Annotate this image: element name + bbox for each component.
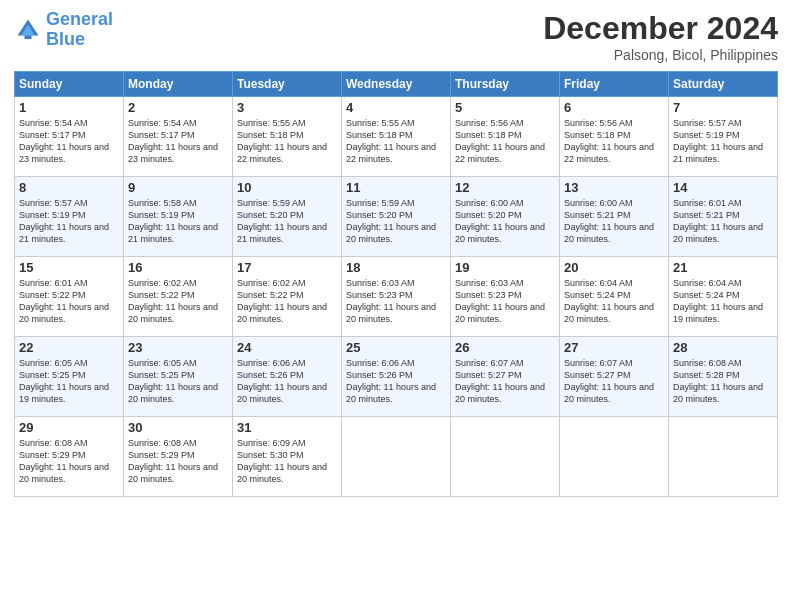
sunset-text: Sunset: 5:26 PM xyxy=(237,370,304,380)
sunset-text: Sunset: 5:24 PM xyxy=(564,290,631,300)
daylight-text: Daylight: 11 hours and 21 minutes. xyxy=(19,222,109,244)
cell-info: Sunrise: 6:00 AM Sunset: 5:20 PM Dayligh… xyxy=(455,197,555,246)
daylight-text: Daylight: 11 hours and 21 minutes. xyxy=(128,222,218,244)
sunrise-text: Sunrise: 6:04 AM xyxy=(673,278,742,288)
sunset-text: Sunset: 5:21 PM xyxy=(673,210,740,220)
sunset-text: Sunset: 5:18 PM xyxy=(455,130,522,140)
table-row: 28 Sunrise: 6:08 AM Sunset: 5:28 PM Dayl… xyxy=(669,337,778,417)
sunrise-text: Sunrise: 6:08 AM xyxy=(673,358,742,368)
sunrise-text: Sunrise: 5:59 AM xyxy=(237,198,306,208)
table-row: 30 Sunrise: 6:08 AM Sunset: 5:29 PM Dayl… xyxy=(124,417,233,497)
sunrise-text: Sunrise: 6:01 AM xyxy=(673,198,742,208)
table-row: 8 Sunrise: 5:57 AM Sunset: 5:19 PM Dayli… xyxy=(15,177,124,257)
sunrise-text: Sunrise: 5:55 AM xyxy=(237,118,306,128)
col-friday: Friday xyxy=(560,72,669,97)
calendar-table: Sunday Monday Tuesday Wednesday Thursday… xyxy=(14,71,778,497)
sunrise-text: Sunrise: 5:54 AM xyxy=(128,118,197,128)
calendar-week-row: 15 Sunrise: 6:01 AM Sunset: 5:22 PM Dayl… xyxy=(15,257,778,337)
table-row xyxy=(342,417,451,497)
svg-rect-2 xyxy=(25,35,32,39)
daylight-text: Daylight: 11 hours and 20 minutes. xyxy=(237,302,327,324)
daylight-text: Daylight: 11 hours and 20 minutes. xyxy=(564,222,654,244)
table-row: 21 Sunrise: 6:04 AM Sunset: 5:24 PM Dayl… xyxy=(669,257,778,337)
sunset-text: Sunset: 5:22 PM xyxy=(19,290,86,300)
header: General Blue December 2024 Palsong, Bico… xyxy=(14,10,778,63)
sunrise-text: Sunrise: 6:03 AM xyxy=(346,278,415,288)
table-row: 24 Sunrise: 6:06 AM Sunset: 5:26 PM Dayl… xyxy=(233,337,342,417)
daylight-text: Daylight: 11 hours and 23 minutes. xyxy=(128,142,218,164)
sunset-text: Sunset: 5:18 PM xyxy=(237,130,304,140)
sunrise-text: Sunrise: 5:56 AM xyxy=(564,118,633,128)
location-subtitle: Palsong, Bicol, Philippines xyxy=(543,47,778,63)
daylight-text: Daylight: 11 hours and 19 minutes. xyxy=(19,382,109,404)
col-sunday: Sunday xyxy=(15,72,124,97)
day-number: 22 xyxy=(19,340,119,355)
daylight-text: Daylight: 11 hours and 20 minutes. xyxy=(346,382,436,404)
logo-text: General Blue xyxy=(46,10,113,50)
day-number: 31 xyxy=(237,420,337,435)
cell-info: Sunrise: 6:03 AM Sunset: 5:23 PM Dayligh… xyxy=(346,277,446,326)
daylight-text: Daylight: 11 hours and 20 minutes. xyxy=(564,382,654,404)
cell-info: Sunrise: 5:56 AM Sunset: 5:18 PM Dayligh… xyxy=(564,117,664,166)
sunrise-text: Sunrise: 5:54 AM xyxy=(19,118,88,128)
table-row: 14 Sunrise: 6:01 AM Sunset: 5:21 PM Dayl… xyxy=(669,177,778,257)
day-number: 27 xyxy=(564,340,664,355)
cell-info: Sunrise: 5:56 AM Sunset: 5:18 PM Dayligh… xyxy=(455,117,555,166)
daylight-text: Daylight: 11 hours and 20 minutes. xyxy=(673,222,763,244)
cell-info: Sunrise: 5:55 AM Sunset: 5:18 PM Dayligh… xyxy=(237,117,337,166)
table-row: 25 Sunrise: 6:06 AM Sunset: 5:26 PM Dayl… xyxy=(342,337,451,417)
daylight-text: Daylight: 11 hours and 20 minutes. xyxy=(128,462,218,484)
cell-info: Sunrise: 6:02 AM Sunset: 5:22 PM Dayligh… xyxy=(128,277,228,326)
sunrise-text: Sunrise: 6:06 AM xyxy=(237,358,306,368)
daylight-text: Daylight: 11 hours and 20 minutes. xyxy=(128,382,218,404)
sunrise-text: Sunrise: 6:05 AM xyxy=(128,358,197,368)
day-number: 13 xyxy=(564,180,664,195)
table-row xyxy=(560,417,669,497)
daylight-text: Daylight: 11 hours and 20 minutes. xyxy=(455,222,545,244)
cell-info: Sunrise: 5:55 AM Sunset: 5:18 PM Dayligh… xyxy=(346,117,446,166)
day-number: 9 xyxy=(128,180,228,195)
day-number: 18 xyxy=(346,260,446,275)
daylight-text: Daylight: 11 hours and 20 minutes. xyxy=(237,462,327,484)
col-wednesday: Wednesday xyxy=(342,72,451,97)
sunset-text: Sunset: 5:22 PM xyxy=(237,290,304,300)
day-number: 11 xyxy=(346,180,446,195)
table-row: 4 Sunrise: 5:55 AM Sunset: 5:18 PM Dayli… xyxy=(342,97,451,177)
sunrise-text: Sunrise: 6:03 AM xyxy=(455,278,524,288)
sunrise-text: Sunrise: 6:02 AM xyxy=(128,278,197,288)
table-row: 11 Sunrise: 5:59 AM Sunset: 5:20 PM Dayl… xyxy=(342,177,451,257)
table-row: 5 Sunrise: 5:56 AM Sunset: 5:18 PM Dayli… xyxy=(451,97,560,177)
daylight-text: Daylight: 11 hours and 22 minutes. xyxy=(455,142,545,164)
sunrise-text: Sunrise: 5:56 AM xyxy=(455,118,524,128)
title-block: December 2024 Palsong, Bicol, Philippine… xyxy=(543,10,778,63)
sunrise-text: Sunrise: 6:05 AM xyxy=(19,358,88,368)
daylight-text: Daylight: 11 hours and 20 minutes. xyxy=(237,382,327,404)
day-number: 4 xyxy=(346,100,446,115)
table-row: 7 Sunrise: 5:57 AM Sunset: 5:19 PM Dayli… xyxy=(669,97,778,177)
daylight-text: Daylight: 11 hours and 20 minutes. xyxy=(346,302,436,324)
sunset-text: Sunset: 5:22 PM xyxy=(128,290,195,300)
day-number: 16 xyxy=(128,260,228,275)
table-row xyxy=(669,417,778,497)
day-number: 29 xyxy=(19,420,119,435)
table-row: 23 Sunrise: 6:05 AM Sunset: 5:25 PM Dayl… xyxy=(124,337,233,417)
table-row: 19 Sunrise: 6:03 AM Sunset: 5:23 PM Dayl… xyxy=(451,257,560,337)
cell-info: Sunrise: 5:58 AM Sunset: 5:19 PM Dayligh… xyxy=(128,197,228,246)
sunrise-text: Sunrise: 6:09 AM xyxy=(237,438,306,448)
sunset-text: Sunset: 5:23 PM xyxy=(455,290,522,300)
cell-info: Sunrise: 6:04 AM Sunset: 5:24 PM Dayligh… xyxy=(673,277,773,326)
sunrise-text: Sunrise: 6:08 AM xyxy=(19,438,88,448)
table-row: 9 Sunrise: 5:58 AM Sunset: 5:19 PM Dayli… xyxy=(124,177,233,257)
table-row: 6 Sunrise: 5:56 AM Sunset: 5:18 PM Dayli… xyxy=(560,97,669,177)
table-row: 31 Sunrise: 6:09 AM Sunset: 5:30 PM Dayl… xyxy=(233,417,342,497)
sunset-text: Sunset: 5:17 PM xyxy=(19,130,86,140)
sunrise-text: Sunrise: 6:06 AM xyxy=(346,358,415,368)
sunrise-text: Sunrise: 6:01 AM xyxy=(19,278,88,288)
daylight-text: Daylight: 11 hours and 20 minutes. xyxy=(346,222,436,244)
day-number: 6 xyxy=(564,100,664,115)
day-number: 5 xyxy=(455,100,555,115)
daylight-text: Daylight: 11 hours and 23 minutes. xyxy=(19,142,109,164)
daylight-text: Daylight: 11 hours and 22 minutes. xyxy=(237,142,327,164)
logo-icon xyxy=(14,16,42,44)
day-number: 17 xyxy=(237,260,337,275)
